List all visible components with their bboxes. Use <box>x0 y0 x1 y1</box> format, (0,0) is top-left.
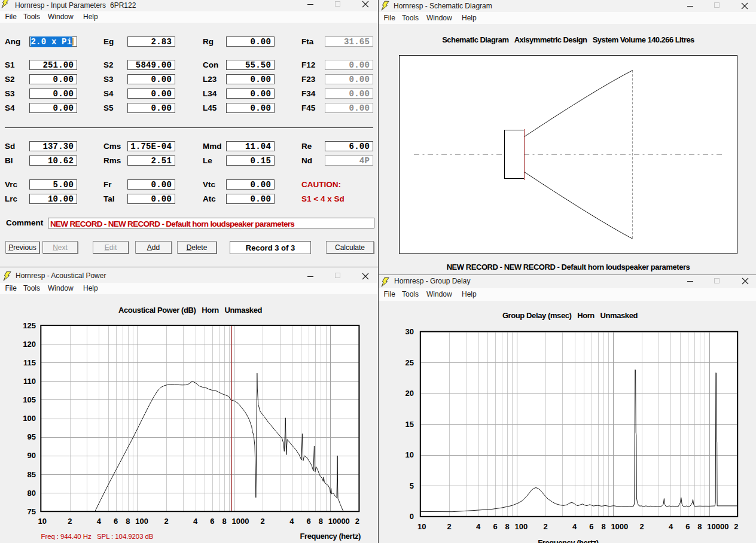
svg-text:4: 4 <box>289 517 294 526</box>
svg-text:Schematic Diagram Axisymmetr: Schematic Diagram Axisymmetric Design Sy… <box>442 35 694 44</box>
svg-text:2: 2 <box>543 522 547 531</box>
svg-text:2: 2 <box>68 517 72 526</box>
svg-text:75: 75 <box>28 507 36 516</box>
svg-text:105: 105 <box>23 395 36 404</box>
svg-text:25: 25 <box>406 358 414 367</box>
svg-text:95: 95 <box>28 432 36 441</box>
svg-text:6: 6 <box>685 522 690 531</box>
svg-text:8: 8 <box>222 517 226 526</box>
svg-text:10000: 10000 <box>707 522 728 531</box>
svg-text:Freq : 944.40 Hz: Freq : 944.40 Hz <box>41 533 92 540</box>
svg-text:100: 100 <box>23 414 36 423</box>
svg-text:NEW RECORD - NEW RECORD - Defa: NEW RECORD - NEW RECORD - Default horn l… <box>447 263 690 272</box>
svg-text:125: 125 <box>23 321 36 330</box>
svg-text:85: 85 <box>28 470 36 479</box>
svg-text:110: 110 <box>23 377 36 386</box>
svg-text:30: 30 <box>406 327 414 336</box>
svg-text:4: 4 <box>476 522 481 531</box>
svg-text:0: 0 <box>410 512 414 521</box>
svg-text:8: 8 <box>601 522 605 531</box>
svg-text:90: 90 <box>28 451 36 460</box>
svg-text:4: 4 <box>193 517 198 526</box>
svg-text:1000: 1000 <box>611 522 628 531</box>
svg-text:4: 4 <box>669 522 673 531</box>
svg-text:100: 100 <box>135 517 148 526</box>
svg-text:1000: 1000 <box>232 517 249 526</box>
svg-text:10: 10 <box>406 450 414 459</box>
svg-text:10: 10 <box>38 517 47 526</box>
svg-text:8: 8 <box>319 517 323 526</box>
svg-text:Frequency (hertz): Frequency (hertz) <box>300 532 361 541</box>
svg-text:8: 8 <box>697 522 702 531</box>
svg-text:5: 5 <box>410 481 414 490</box>
svg-text:6: 6 <box>306 517 310 526</box>
svg-text:8: 8 <box>505 522 509 531</box>
svg-text:2: 2 <box>355 517 359 526</box>
svg-text:Frequency (hertz): Frequency (hertz) <box>538 538 599 543</box>
svg-text:10000: 10000 <box>328 517 350 526</box>
svg-text:120: 120 <box>23 340 36 349</box>
svg-text:SPL : 104.9203 dB: SPL : 104.9203 dB <box>97 533 154 540</box>
svg-text:Acoustical Power (dB) Horn: Acoustical Power (dB) Horn Unmasked <box>118 306 263 315</box>
svg-text:15: 15 <box>406 420 414 429</box>
svg-text:20: 20 <box>406 389 414 398</box>
svg-text:80: 80 <box>28 489 36 498</box>
svg-text:4: 4 <box>97 517 102 526</box>
svg-text:2: 2 <box>164 517 168 526</box>
svg-text:10: 10 <box>417 522 426 531</box>
svg-text:2: 2 <box>447 522 452 531</box>
svg-text:115: 115 <box>23 358 36 367</box>
svg-text:4: 4 <box>572 522 577 531</box>
svg-text:6: 6 <box>114 517 118 526</box>
svg-text:100: 100 <box>515 522 528 531</box>
svg-text:8: 8 <box>126 517 130 526</box>
svg-text:6: 6 <box>589 522 593 531</box>
svg-text:6: 6 <box>210 517 214 526</box>
svg-text:Group Delay (msec) Horn Un: Group Delay (msec) Horn Unmasked <box>502 311 638 320</box>
svg-text:2: 2 <box>734 522 738 531</box>
svg-text:6: 6 <box>493 522 497 531</box>
svg-text:2: 2 <box>261 517 265 526</box>
svg-text:2: 2 <box>639 522 644 531</box>
